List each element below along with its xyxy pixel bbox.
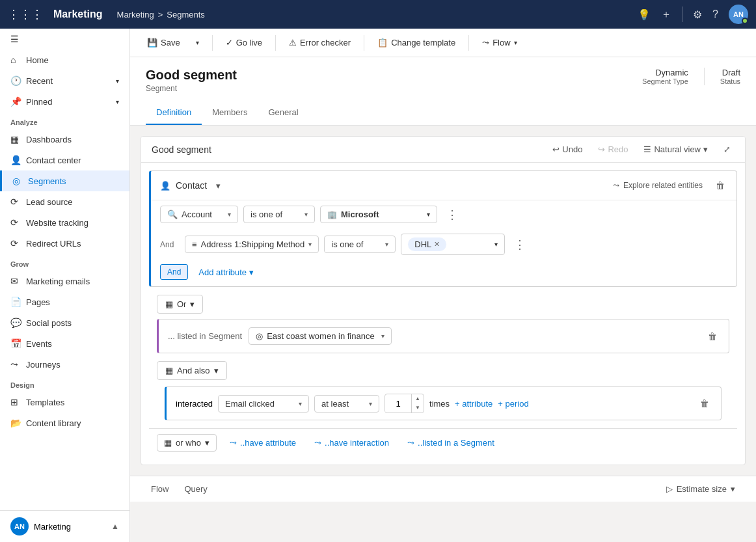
sidebar-label-website-tracking: Website tracking [26, 218, 88, 228]
avatar[interactable]: AN [729, 5, 748, 24]
or-button[interactable]: ▦ Or ▾ [157, 295, 203, 314]
breadcrumb: Marketing > Segments [117, 10, 205, 20]
expand-button[interactable]: ⤢ [720, 142, 735, 157]
sidebar-item-lead-source[interactable]: ⟳ Lead source [0, 191, 129, 212]
error-checker-button[interactable]: ⚠ Error checker [282, 34, 357, 51]
times-label: times [429, 399, 450, 409]
page-title: Good segment [146, 68, 237, 83]
have-interaction-button[interactable]: ⤳ ..have interaction [309, 435, 394, 451]
tab-members[interactable]: Members [202, 101, 258, 125]
sidebar: ☰ ⌂ Home 🕐 Recent ▾ 📌 Pinned ▾ Analyze ▦… [0, 29, 130, 542]
sidebar-item-events[interactable]: 📅 Events [0, 333, 129, 354]
tab-general[interactable]: General [258, 101, 308, 125]
sidebar-item-templates[interactable]: ⊞ Templates [0, 392, 129, 413]
times-input[interactable]: ▲ ▼ [385, 394, 424, 413]
add-icon[interactable]: ＋ [661, 8, 671, 21]
content-library-icon: 📂 [10, 418, 21, 428]
and-button[interactable]: And [160, 264, 188, 280]
rule-1-more-button[interactable]: ⋮ [442, 206, 462, 223]
page-header: Good segment Segment Dynamic Segment Typ… [130, 57, 756, 126]
value-1-select[interactable]: 🏢 Microsoft ▾ [320, 206, 437, 223]
address-caret-icon: ▾ [308, 241, 312, 248]
sidebar-expand-icon[interactable]: ▲ [111, 522, 119, 531]
sidebar-label-home: Home [26, 55, 49, 65]
sidebar-item-contact-center[interactable]: 👤 Contact center [0, 150, 129, 170]
app-grid-icon[interactable]: ⋮⋮⋮ [8, 7, 43, 21]
tab-definition[interactable]: Definition [146, 101, 202, 125]
sidebar-item-content-library[interactable]: 📂 Content library [0, 413, 129, 433]
sidebar-item-segments[interactable]: ◎ Segments [0, 170, 129, 191]
email-clicked-caret-icon: ▾ [299, 400, 302, 407]
interaction-delete-button[interactable]: 🗑 [697, 396, 712, 411]
estimate-size-button[interactable]: ▷ Estimate size ▾ [661, 481, 740, 496]
segment-ref-select[interactable]: ◎ East coast women in finance ▾ [249, 327, 392, 345]
sidebar-toggle[interactable]: ☰ [0, 29, 129, 49]
sidebar-item-redirect-urls[interactable]: ⟳ Redirect URLs [0, 233, 129, 254]
explore-related-button[interactable]: ⤳ Explore related entities [608, 178, 708, 193]
contact-label: Contact [176, 180, 207, 191]
and-also-label: And also [177, 366, 210, 375]
contact-caret-button[interactable]: ▾ [212, 178, 224, 193]
sidebar-item-pinned[interactable]: 📌 Pinned ▾ [0, 91, 129, 112]
sidebar-item-journeys[interactable]: ⤳ Journeys [0, 354, 129, 375]
sidebar-item-pages[interactable]: 📄 Pages [0, 291, 129, 312]
spin-down-icon[interactable]: ▼ [412, 403, 424, 413]
sidebar-item-website-tracking[interactable]: ⟳ Website tracking [0, 212, 129, 233]
sidebar-label-events: Events [26, 339, 52, 349]
op1-caret-icon: ▾ [304, 211, 308, 218]
user-avatar[interactable]: AN [10, 517, 29, 535]
field-account-select[interactable]: 🔍 Account ▾ [160, 206, 238, 223]
field-address-select[interactable]: ≡ Address 1:Shipping Method ▾ [185, 236, 319, 253]
breadcrumb-segments[interactable]: Segments [167, 10, 205, 20]
save-button[interactable]: 💾 Save [141, 34, 187, 51]
estimate-icon: ▷ [666, 484, 673, 494]
rule-2-more-button[interactable]: ⋮ [510, 236, 530, 253]
footer-tab-query[interactable]: Query [179, 481, 212, 496]
dhl-remove-button[interactable]: ✕ [434, 240, 440, 249]
value-2-select[interactable]: DHL ✕ ▾ [401, 234, 505, 255]
section-analyze: Analyze [0, 112, 129, 129]
times-value-input[interactable] [385, 396, 411, 412]
add-attribute-button[interactable]: Add attribute ▾ [193, 265, 259, 280]
recent-icon: 🕐 [10, 75, 21, 86]
natural-view-button[interactable]: ☰ Natural view ▾ [640, 142, 712, 157]
contact-delete-button[interactable]: 🗑 [713, 178, 727, 193]
lightbulb-icon[interactable]: 💡 [638, 8, 651, 21]
sidebar-item-marketing-emails[interactable]: ✉ Marketing emails [0, 271, 129, 291]
spin-up-icon[interactable]: ▲ [412, 394, 424, 403]
redo-button[interactable]: ↪ Redo [594, 142, 632, 157]
add-attribute-link[interactable]: + attribute [455, 399, 493, 409]
email-clicked-select[interactable]: Email clicked ▾ [218, 395, 309, 413]
status-value: Draft [720, 68, 740, 77]
at-least-select[interactable]: at least ▾ [314, 395, 379, 413]
at-least-label: at least [321, 399, 349, 409]
help-icon[interactable]: ? [712, 8, 718, 20]
operator-2-select[interactable]: is one of ▾ [324, 236, 396, 253]
add-attr-label: Add attribute [198, 267, 247, 277]
sidebar-item-recent[interactable]: 🕐 Recent ▾ [0, 70, 129, 91]
operator-1-select[interactable]: is one of ▾ [243, 206, 315, 223]
contact-block: 👤 Contact ▾ ⤳ Explore related entities [149, 170, 737, 287]
value2-caret-icon: ▾ [494, 241, 498, 248]
or-who-button[interactable]: ▦ or who ▾ [157, 434, 217, 452]
save-caret-button[interactable]: ▾ [189, 36, 206, 49]
sidebar-item-social-posts[interactable]: 💬 Social posts [0, 312, 129, 333]
and-also-button[interactable]: ▦ And also ▾ [157, 361, 227, 380]
listed-in-segment-button[interactable]: ⤳ ..listed in a Segment [402, 435, 500, 451]
segment-ref-delete-button[interactable]: 🗑 [705, 329, 720, 344]
have-attribute-button[interactable]: ⤳ ..have attribute [224, 435, 301, 451]
sidebar-label-social-posts: Social posts [26, 318, 72, 328]
breadcrumb-marketing[interactable]: Marketing [117, 10, 154, 20]
settings-icon[interactable]: ⚙ [693, 8, 702, 21]
expand-icon: ⤢ [723, 144, 731, 154]
footer-tab-flow[interactable]: Flow [146, 481, 174, 496]
or-icon: ▦ [165, 299, 173, 309]
change-template-button[interactable]: 📋 Change template [371, 34, 462, 51]
sidebar-item-dashboards[interactable]: ▦ Dashboards [0, 129, 129, 150]
contact-footer-row: And Add attribute ▾ [151, 260, 736, 286]
undo-button[interactable]: ↩ Undo [548, 142, 586, 157]
flow-button[interactable]: ⤳ Flow ▾ [476, 34, 523, 51]
add-period-link[interactable]: + period [498, 399, 528, 409]
go-live-button[interactable]: ✓ Go live [219, 34, 269, 51]
sidebar-item-home[interactable]: ⌂ Home [0, 49, 129, 70]
